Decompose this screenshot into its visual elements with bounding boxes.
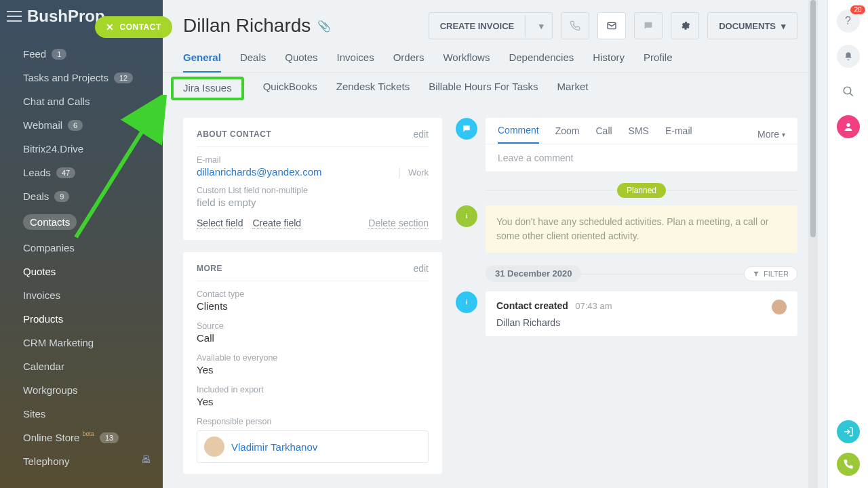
comment-tab-e-mail[interactable]: E-mail bbox=[665, 125, 692, 143]
menu-icon[interactable] bbox=[7, 11, 22, 22]
comment-tab-comment[interactable]: Comment bbox=[498, 125, 539, 144]
page-title: Dillan Richards 📎 bbox=[183, 15, 331, 37]
create-invoice-button[interactable]: CREATE INVOICE ▾ bbox=[429, 12, 553, 39]
responsible-person[interactable]: Vladimir Tarkhanov bbox=[197, 430, 429, 463]
jira-highlight: Jira Issues bbox=[171, 77, 244, 100]
tab-jira-issues[interactable]: Jira Issues bbox=[183, 78, 232, 102]
help-icon[interactable]: ?20 bbox=[837, 9, 860, 33]
call-icon[interactable] bbox=[837, 453, 860, 476]
comment-tab-more[interactable]: More ▾ bbox=[757, 129, 785, 140]
create-field-link[interactable]: Create field bbox=[252, 218, 301, 229]
sidebar-item-invoices[interactable]: Invoices bbox=[0, 283, 163, 307]
select-field-link[interactable]: Select field bbox=[197, 218, 243, 229]
sidebar-item-bitrix24-drive[interactable]: Bitrix24.Drive bbox=[0, 137, 163, 161]
delete-section-link[interactable]: Delete section bbox=[368, 218, 429, 229]
comment-input[interactable]: Leave a comment bbox=[486, 144, 797, 171]
sidebar-item-deals[interactable]: Deals9 bbox=[0, 184, 163, 208]
tabs-row-1: GeneralDealsQuotesInvoicesOrdersWorkflow… bbox=[163, 39, 818, 73]
printer-icon[interactable]: 🖶 bbox=[141, 454, 151, 465]
mail-icon[interactable] bbox=[597, 12, 626, 39]
sidebar-item-sites[interactable]: Sites bbox=[0, 402, 163, 426]
info-icon: i bbox=[456, 291, 477, 313]
planned-pill: Planned bbox=[617, 183, 666, 198]
svg-text:i: i bbox=[466, 299, 468, 306]
tab-zendesk-tickets[interactable]: Zendesk Tickets bbox=[336, 77, 410, 100]
page-header: Dillan Richards 📎 CREATE INVOICE ▾ DOCUM… bbox=[163, 0, 818, 39]
event-card: Contact created 07:43 am Dillan Richards bbox=[486, 291, 797, 336]
sidebar-item-webmail[interactable]: Webmail6 bbox=[0, 113, 163, 137]
source-label: Source bbox=[197, 321, 429, 331]
sidebar-item-products[interactable]: Products bbox=[0, 307, 163, 331]
chevron-down-icon[interactable]: ▾ bbox=[531, 15, 552, 37]
planned-info: You don't have any scheduled activities.… bbox=[486, 205, 797, 253]
clip-icon[interactable]: 📎 bbox=[317, 20, 331, 33]
tab-billable-hours-for-tasks[interactable]: Billable Hours For Tasks bbox=[429, 77, 538, 100]
bell-icon[interactable] bbox=[837, 45, 860, 68]
custom-label: Custom List field non-multiple bbox=[197, 186, 429, 195]
comment-icon bbox=[456, 118, 477, 140]
profile-icon[interactable] bbox=[837, 115, 860, 138]
edit-link[interactable]: edit bbox=[413, 129, 429, 140]
edit-link[interactable]: edit bbox=[413, 263, 429, 274]
event-title: Contact created bbox=[496, 300, 568, 311]
more-heading: MORE bbox=[197, 264, 222, 273]
tab-profile[interactable]: Profile bbox=[644, 47, 673, 72]
chevron-down-icon: ▾ bbox=[781, 21, 786, 31]
gear-icon[interactable] bbox=[671, 12, 699, 39]
responsible-name: Vladimir Tarkhanov bbox=[231, 441, 317, 453]
info-icon: i bbox=[456, 205, 477, 227]
contact-type-label: Contact type bbox=[197, 289, 429, 299]
sidebar-item-companies[interactable]: Companies bbox=[0, 236, 163, 260]
svg-point-4 bbox=[844, 87, 851, 94]
filter-button[interactable]: FILTER bbox=[744, 266, 797, 281]
tab-dependencies[interactable]: Dependencies bbox=[509, 47, 574, 72]
sidebar-item-tasks-and-projects[interactable]: Tasks and Projects12 bbox=[0, 66, 163, 89]
sidebar-item-chat-and-calls[interactable]: Chat and Calls bbox=[0, 89, 163, 113]
scrollbar[interactable] bbox=[808, 0, 818, 488]
logout-icon[interactable] bbox=[837, 420, 860, 443]
header-actions: CREATE INVOICE ▾ DOCUMENTS ▾ bbox=[429, 12, 797, 39]
close-icon[interactable]: ✕ bbox=[106, 22, 115, 33]
tab-deals[interactable]: Deals bbox=[240, 47, 266, 72]
tab-history[interactable]: History bbox=[593, 47, 625, 72]
tab-invoices[interactable]: Invoices bbox=[337, 47, 374, 72]
email-value[interactable]: dillanrichards@yandex.com bbox=[197, 166, 321, 178]
about-contact-card: ABOUT CONTACT edit E-mail dillanrichards… bbox=[183, 118, 442, 240]
comment-tab-sms[interactable]: SMS bbox=[629, 125, 649, 143]
event-time: 07:43 am bbox=[575, 301, 612, 311]
sidebar-item-workgroups[interactable]: Workgroups bbox=[0, 378, 163, 402]
documents-button[interactable]: DOCUMENTS ▾ bbox=[707, 12, 797, 39]
comment-card: CommentZoomCallSMSE-mailMore ▾ Leave a c… bbox=[486, 118, 797, 171]
tab-market[interactable]: Market bbox=[557, 77, 589, 100]
sidebar-item-feed[interactable]: Feed1 bbox=[0, 42, 163, 66]
right-column: CommentZoomCallSMSE-mailMore ▾ Leave a c… bbox=[456, 118, 797, 486]
tab-quotes[interactable]: Quotes bbox=[285, 47, 317, 72]
tab-workflows[interactable]: Workflows bbox=[443, 47, 490, 72]
phone-icon[interactable] bbox=[561, 12, 589, 39]
sidebar-item-quotes[interactable]: Quotes bbox=[0, 260, 163, 283]
left-sidebar: BushProp ✕ CONTACT Feed1Tasks and Projec… bbox=[0, 0, 163, 488]
sidebar-item-crm-marketing[interactable]: CRM Marketing bbox=[0, 331, 163, 354]
sidebar-item-calendar[interactable]: Calendar bbox=[0, 354, 163, 378]
contact-panel-button[interactable]: ✕ CONTACT bbox=[95, 16, 172, 38]
left-column: ABOUT CONTACT edit E-mail dillanrichards… bbox=[183, 118, 442, 486]
chat-icon[interactable] bbox=[634, 12, 663, 39]
available-value: Yes bbox=[197, 364, 429, 375]
contact-type-value: Clients bbox=[197, 300, 429, 312]
comment-tab-zoom[interactable]: Zoom bbox=[555, 125, 580, 143]
sidebar-item-telephony[interactable]: Telephony bbox=[0, 449, 163, 473]
tab-quickbooks[interactable]: QuickBooks bbox=[263, 77, 317, 100]
sidebar-item-contacts[interactable]: Contacts bbox=[0, 208, 163, 236]
sidebar-item-online-store[interactable]: Online Storebeta13 bbox=[0, 426, 163, 449]
svg-point-5 bbox=[846, 123, 850, 127]
tabs-row-2: Jira IssuesQuickBooksZendesk TicketsBill… bbox=[163, 73, 818, 107]
event-body: Dillan Richards bbox=[496, 317, 787, 328]
tab-general[interactable]: General bbox=[183, 47, 221, 73]
email-label: E-mail bbox=[197, 155, 429, 165]
comment-tab-call[interactable]: Call bbox=[595, 125, 612, 143]
comment-tabs: CommentZoomCallSMSE-mailMore ▾ bbox=[486, 118, 797, 144]
tab-orders[interactable]: Orders bbox=[393, 47, 425, 72]
sidebar-item-leads[interactable]: Leads47 bbox=[0, 161, 163, 184]
search-icon[interactable] bbox=[837, 80, 860, 103]
available-label: Available to everyone bbox=[197, 353, 429, 363]
